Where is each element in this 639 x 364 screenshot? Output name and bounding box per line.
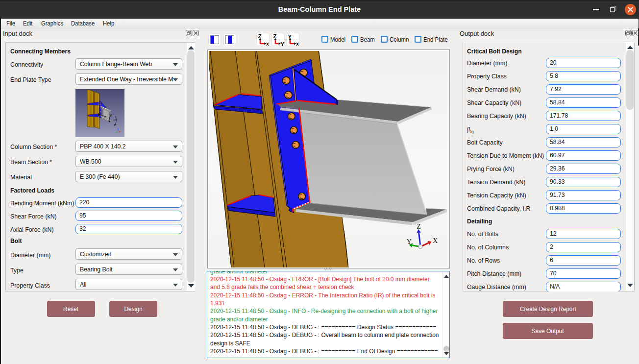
svg-text:Z: Z [417,223,421,230]
svg-text:H: H [98,112,100,117]
svg-text:V: V [110,113,112,118]
svg-text:Y: Y [280,41,284,47]
svg-text:Y: Y [407,238,412,245]
svg-text:M: M [113,118,117,122]
svg-text:x: x [266,41,269,46]
svg-text:Z: Z [273,33,276,39]
svg-text:X: X [433,237,438,244]
svg-text:x: x [296,41,299,46]
svg-text:Z: Z [258,33,262,39]
